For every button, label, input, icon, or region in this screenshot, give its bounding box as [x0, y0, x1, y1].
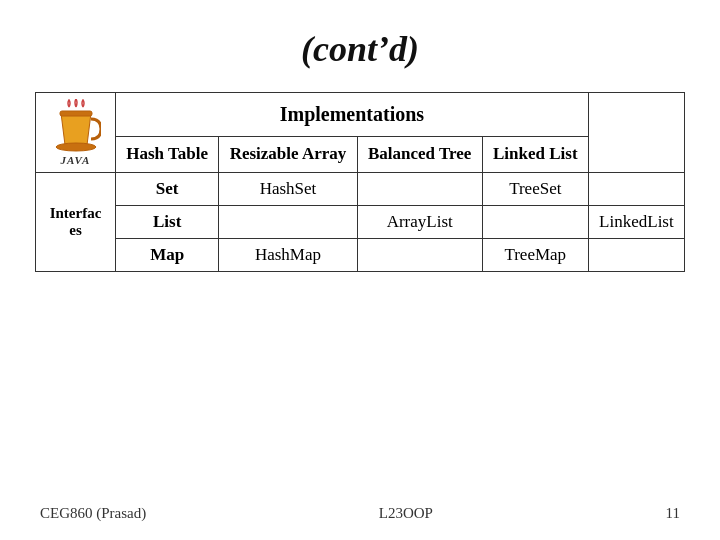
- col-header-linked-list: Linked List: [482, 136, 588, 172]
- cell-set-balanced: TreeSet: [482, 173, 588, 206]
- footer: CEG860 (Prasad) L23OOP 11: [0, 505, 720, 522]
- row-header-set: Set: [116, 173, 219, 206]
- svg-point-1: [56, 143, 96, 151]
- table-row-map: Map HashMap TreeMap: [36, 239, 685, 272]
- page-title: (cont’d): [0, 0, 720, 92]
- table-row-set: Interfaces Set HashSet TreeSet: [36, 173, 685, 206]
- java-logo: JAVA: [40, 99, 111, 166]
- col-header-hash-table: Hash Table: [116, 136, 219, 172]
- col-header-resizable-array: Resizable Array: [219, 136, 357, 172]
- implementations-header: Implementations: [116, 93, 589, 137]
- footer-right: 11: [666, 505, 680, 522]
- footer-left: CEG860 (Prasad): [40, 505, 146, 522]
- java-label: JAVA: [61, 154, 91, 166]
- cell-map-hashtable: HashMap: [219, 239, 357, 272]
- svg-rect-0: [60, 111, 92, 116]
- interfaces-label: Interfaces: [36, 173, 116, 272]
- cell-list-hashtable: [219, 206, 357, 239]
- table-row-list: List ArrayList LinkedList: [36, 206, 685, 239]
- footer-center: L23OOP: [379, 505, 433, 522]
- cell-map-balanced: TreeMap: [482, 239, 588, 272]
- cell-list-balanced: [482, 206, 588, 239]
- col-header-balanced-tree: Balanced Tree: [357, 136, 482, 172]
- implementations-table-container: JAVA Implementations Hash Table Resizabl…: [35, 92, 685, 272]
- cell-list-linked: LinkedList: [588, 206, 684, 239]
- cell-set-hashtable: HashSet: [219, 173, 357, 206]
- row-header-list: List: [116, 206, 219, 239]
- row-header-map: Map: [116, 239, 219, 272]
- java-logo-cell: JAVA: [36, 93, 116, 173]
- cell-set-resizable: [357, 173, 482, 206]
- cell-map-resizable: [357, 239, 482, 272]
- cell-list-resizable: ArrayList: [357, 206, 482, 239]
- implementations-table: JAVA Implementations Hash Table Resizabl…: [35, 92, 685, 272]
- java-cup-icon: [51, 99, 101, 154]
- cell-map-linked: [588, 239, 684, 272]
- cell-set-linked: [588, 173, 684, 206]
